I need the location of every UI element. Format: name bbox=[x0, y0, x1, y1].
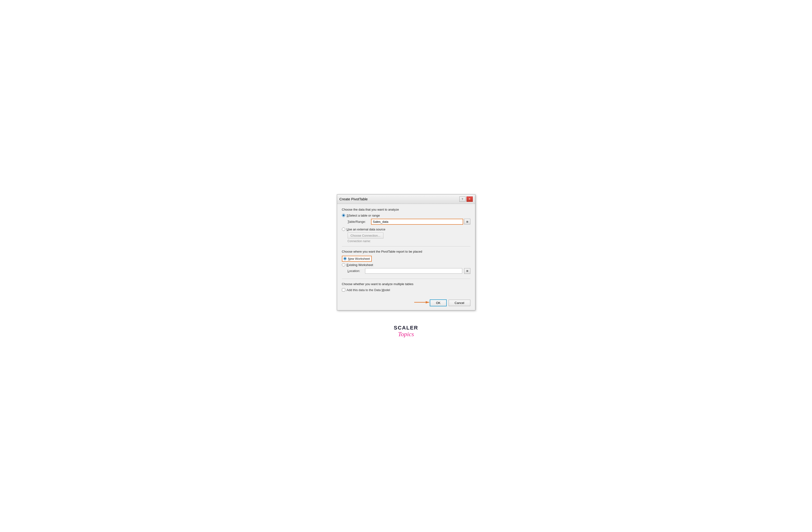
section3: Choose whether you want to analyze multi… bbox=[342, 282, 470, 292]
ok-button[interactable]: OK bbox=[430, 299, 447, 306]
close-icon: ✕ bbox=[468, 198, 470, 201]
choose-connection-button[interactable]: Choose Connection... bbox=[348, 233, 383, 239]
cancel-button[interactable]: Cancel bbox=[449, 300, 470, 306]
section2: Choose where you want the PivotTable rep… bbox=[342, 250, 470, 275]
ok-arrow bbox=[413, 299, 432, 306]
radio-group-placement: New Worksheet Existing Worksheet Locati bbox=[342, 256, 470, 275]
location-input[interactable] bbox=[365, 268, 462, 274]
help-button[interactable]: ? bbox=[459, 197, 466, 202]
create-pivot-dialog: Create PivotTable ? ✕ Choose the data th… bbox=[337, 195, 475, 311]
topics-brand-text: Topics bbox=[398, 331, 414, 338]
dialog-body: Choose the data that you want to analyze… bbox=[337, 204, 475, 297]
radio-existing-worksheet-label[interactable]: Existing Worksheet bbox=[347, 263, 373, 267]
connection-area: Choose Connection... Connection name: bbox=[348, 233, 470, 243]
ok-label: OK bbox=[436, 301, 440, 305]
scaler-brand-text: SCALER bbox=[394, 325, 418, 331]
close-button[interactable]: ✕ bbox=[466, 197, 473, 202]
location-row: Location: ⊞ bbox=[348, 268, 470, 274]
titlebar-controls: ? ✕ bbox=[459, 197, 473, 202]
radio-table-range[interactable] bbox=[342, 214, 345, 217]
dialog-titlebar: Create PivotTable ? ✕ bbox=[337, 195, 475, 204]
radio-external-source[interactable] bbox=[342, 228, 345, 231]
radio-existing-worksheet[interactable] bbox=[342, 263, 345, 267]
location-label: Location: bbox=[348, 269, 363, 273]
checkbox-row-data-model: Add this data to the Data Model bbox=[342, 288, 470, 292]
section3-heading: Choose whether you want to analyze multi… bbox=[342, 282, 470, 286]
connection-name-label: Connection name: bbox=[348, 240, 470, 243]
table-range-input[interactable] bbox=[371, 219, 463, 225]
radio-row-existing-worksheet: Existing Worksheet bbox=[342, 263, 470, 267]
dialog-footer: OK Cancel bbox=[337, 297, 475, 310]
radio-row-external: Use an external data source bbox=[342, 228, 470, 231]
arrow-container bbox=[413, 299, 432, 306]
page-wrapper: Create PivotTable ? ✕ Choose the data th… bbox=[299, 195, 513, 338]
help-icon: ? bbox=[462, 198, 463, 201]
grid-select-icon: ⊞ bbox=[466, 220, 468, 223]
radio-table-range-label[interactable]: SSelect a table or range bbox=[347, 214, 380, 217]
radio-row-table-range: SSelect a table or range bbox=[342, 214, 470, 217]
table-range-label: Table/Range: bbox=[348, 220, 369, 224]
section2-heading: Choose where you want the PivotTable rep… bbox=[342, 250, 470, 253]
radio-row-new-worksheet: New Worksheet bbox=[342, 256, 372, 262]
radio-new-worksheet[interactable] bbox=[343, 257, 347, 260]
data-model-checkbox[interactable] bbox=[342, 288, 345, 291]
branding: SCALER Topics bbox=[394, 325, 418, 338]
radio-external-label[interactable]: Use an external data source bbox=[347, 228, 386, 231]
section1-heading: Choose the data that you want to analyze bbox=[342, 208, 470, 211]
section1: Choose the data that you want to analyze… bbox=[342, 208, 470, 243]
table-range-field-row: Table/Range: ⊞ bbox=[348, 219, 470, 225]
data-model-checkbox-label[interactable]: Add this data to the Data Model bbox=[347, 288, 390, 292]
location-grid-icon: ⊞ bbox=[466, 270, 468, 272]
table-range-input-wrapper: ⊞ bbox=[371, 219, 470, 225]
dialog-title: Create PivotTable bbox=[339, 197, 368, 201]
choose-connection-label: Choose Connection... bbox=[350, 234, 380, 238]
radio-group-data-source: SSelect a table or range Table/Range: ⊞ bbox=[342, 214, 470, 243]
location-grid-select-button[interactable]: ⊞ bbox=[464, 268, 470, 274]
cancel-label: Cancel bbox=[454, 301, 464, 305]
grid-select-button[interactable]: ⊞ bbox=[464, 219, 470, 225]
divider-1 bbox=[342, 246, 470, 246]
radio-new-worksheet-label[interactable]: New Worksheet bbox=[348, 257, 370, 260]
